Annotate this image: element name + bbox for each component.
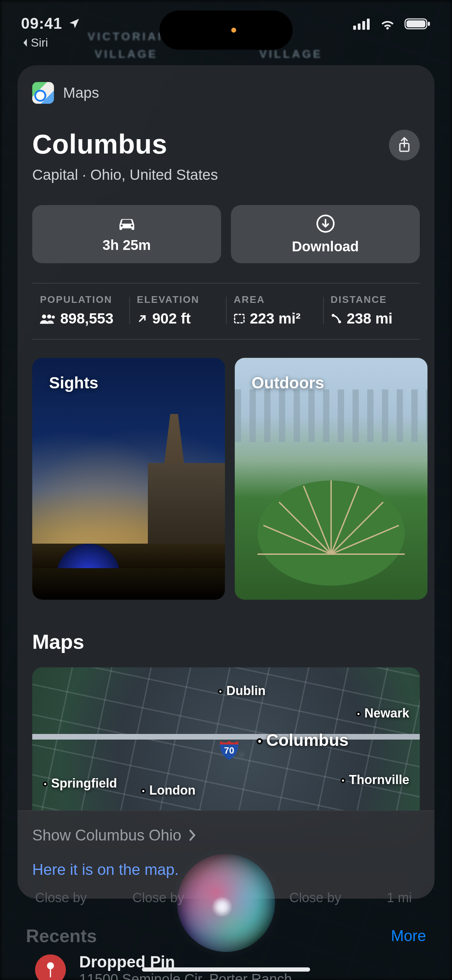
directions-button[interactable]: 3h 25m — [32, 205, 221, 263]
guide-card-sights[interactable]: Sights — [32, 358, 225, 600]
more-button[interactable]: More — [391, 927, 426, 945]
map-city-label: Thornville — [341, 773, 409, 787]
place-card: Maps Columbus Capital · Ohio, United Sta… — [18, 65, 434, 899]
map-city-label: Columbus — [256, 730, 349, 750]
stat-distance: DISTANCE 238 mi — [323, 294, 420, 327]
breadcrumb-back[interactable]: Siri — [21, 36, 81, 49]
svg-rect-6 — [428, 22, 430, 26]
stat-heading: ELEVATION — [137, 294, 219, 305]
interstate-shield-icon: 70 — [218, 737, 240, 760]
download-circle-icon — [316, 214, 335, 233]
stat-area: AREA 223 mi² — [226, 294, 323, 327]
svg-text:70: 70 — [224, 745, 234, 756]
area-square-icon — [234, 313, 245, 324]
dynamic-island — [159, 11, 293, 50]
stats-row: POPULATION 898,553 ELEVATION 902 ft — [32, 283, 420, 340]
arrow-up-right-icon — [137, 313, 148, 324]
guide-title: Outdoors — [251, 373, 324, 392]
svg-rect-2 — [362, 21, 365, 30]
download-label: Download — [292, 239, 359, 255]
svg-point-9 — [42, 314, 46, 318]
guides-scroller[interactable]: Sights Outdoors Ar — [32, 358, 434, 600]
siri-user-command[interactable]: Show Columbus Ohio — [32, 826, 420, 844]
route-icon — [331, 313, 342, 324]
location-arrow-icon — [68, 17, 81, 30]
stat-heading: POPULATION — [40, 294, 122, 305]
place-subtitle: Capital · Ohio, United States — [32, 167, 218, 183]
svg-rect-0 — [353, 25, 356, 30]
stat-heading: AREA — [234, 294, 315, 305]
stat-heading: DISTANCE — [331, 294, 412, 305]
recent-subtitle: 11500 Seminole Cir, Porter Ranch — [79, 971, 292, 980]
guide-title: Sights — [49, 373, 99, 392]
svg-point-11 — [52, 315, 55, 318]
map-city-label: London — [141, 783, 196, 798]
stat-population: POPULATION 898,553 — [32, 294, 129, 327]
svg-point-10 — [47, 314, 51, 318]
place-title: Columbus — [32, 128, 218, 160]
siri-orb[interactable] — [177, 854, 275, 952]
guide-card-outdoors[interactable]: Outdoors — [235, 358, 428, 600]
maps-app-icon — [32, 82, 54, 104]
car-icon — [116, 216, 138, 232]
people-icon — [40, 313, 56, 324]
maps-section-heading: Maps — [32, 630, 434, 653]
stat-elevation: ELEVATION 902 ft — [129, 294, 226, 327]
source-app-row[interactable]: Maps — [32, 82, 420, 104]
recents-heading: Recents — [26, 925, 97, 947]
cellular-icon — [353, 18, 371, 30]
svg-rect-17 — [50, 968, 51, 978]
svg-rect-1 — [358, 24, 361, 30]
wifi-icon — [379, 18, 396, 30]
home-indicator[interactable] — [142, 967, 310, 972]
svg-rect-12 — [235, 314, 244, 323]
directions-eta: 3h 25m — [103, 237, 151, 253]
map-city-label: Newark — [356, 706, 409, 721]
svg-rect-3 — [367, 19, 370, 30]
map-city-label: Dublin — [218, 684, 266, 698]
map-city-label: Springfield — [43, 776, 117, 791]
stat-value: 238 mi — [347, 310, 393, 327]
dropped-pin-icon — [35, 955, 66, 980]
stat-value: 902 ft — [153, 310, 191, 327]
source-app-name: Maps — [63, 84, 99, 101]
stat-value: 223 mi² — [250, 310, 301, 327]
back-label: Siri — [31, 36, 48, 49]
stat-value: 898,553 — [60, 310, 113, 327]
battery-icon — [404, 18, 431, 30]
svg-rect-5 — [406, 20, 425, 27]
share-button[interactable] — [389, 130, 420, 161]
status-time: 09:41 — [21, 15, 62, 32]
siri-command-text: Show Columbus Ohio — [32, 826, 181, 844]
download-button[interactable]: Download — [231, 205, 420, 263]
